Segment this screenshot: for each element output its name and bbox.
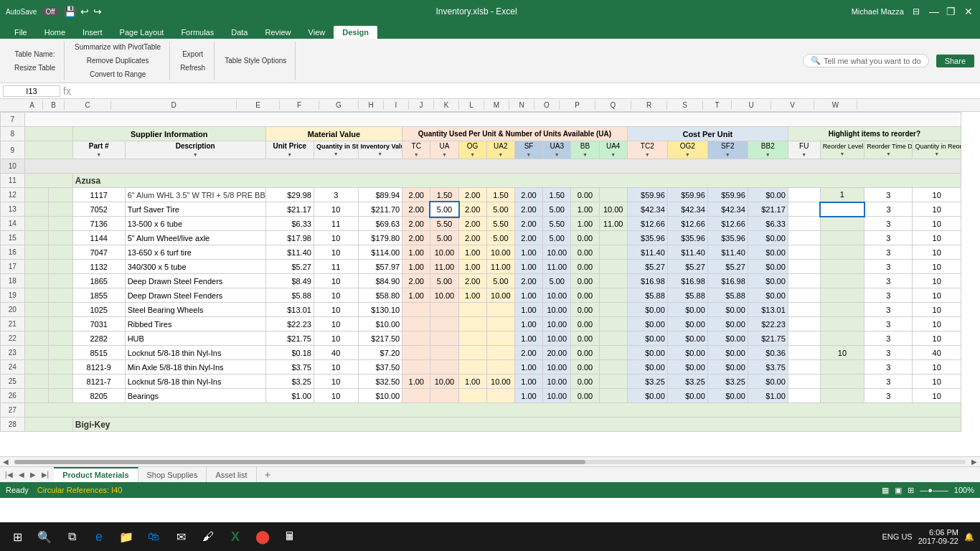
- view-break-icon[interactable]: ⊞: [908, 486, 914, 495]
- og-cell[interactable]: 2.00: [458, 202, 486, 217]
- zoom-slider[interactable]: —●——: [920, 486, 948, 494]
- tc-cell[interactable]: 2.00: [402, 202, 430, 217]
- table-row[interactable]: 25 8121-7Locknut 5/8-18 thin Nyl-Ins $3.…: [1, 375, 961, 389]
- edge-icon[interactable]: e: [88, 525, 110, 548]
- ua-cell-selected[interactable]: 5.00: [430, 202, 458, 217]
- table-row[interactable]: 26 8205Bearings $1.0010$10.00 1.0010.000…: [1, 389, 961, 403]
- share-btn[interactable]: Share: [936, 55, 974, 67]
- window-icon[interactable]: ⊟: [913, 6, 920, 17]
- col-n[interactable]: N: [509, 100, 534, 110]
- table-row[interactable]: 15 11445" Alum Wheel/live axle $17.9810$…: [1, 231, 961, 245]
- sf2-cell[interactable]: $59.96: [707, 188, 748, 202]
- fu-cell[interactable]: [788, 202, 820, 217]
- table-row[interactable]: 24 8121-9Min Axle 5/8-18 thin Nyl-Ins $3…: [1, 360, 961, 375]
- chrome-icon[interactable]: ⬤: [251, 525, 274, 548]
- notification-icon[interactable]: 🔔: [964, 532, 974, 542]
- col-t[interactable]: T: [703, 100, 732, 110]
- ua3-cell[interactable]: 5.00: [543, 202, 571, 217]
- paint-icon[interactable]: 🖌: [197, 525, 220, 548]
- save-icon[interactable]: 💾: [64, 6, 76, 17]
- bb2-cell[interactable]: $0.00: [748, 188, 788, 202]
- table-row[interactable]: 16 704713-650 x 6 turf tire $11.4010$114…: [1, 245, 961, 260]
- sheet-nav-first[interactable]: |◀: [3, 470, 15, 479]
- tc-cell[interactable]: 2.00: [402, 188, 430, 202]
- tab-data[interactable]: Data: [222, 26, 256, 39]
- col-a[interactable]: A: [22, 100, 43, 110]
- col-c[interactable]: C: [65, 100, 111, 110]
- reorder-lvl-cell[interactable]: 1: [820, 188, 864, 202]
- sheet-nav-last[interactable]: ▶|: [39, 470, 52, 479]
- sf-cell[interactable]: 2.00: [514, 188, 542, 202]
- table-row[interactable]: 18 1865Deep Drawn Steel Fenders $8.4910$…: [1, 274, 961, 288]
- desc-cell[interactable]: 6" Alum WHL 3.5" W TRI + 5/8 PRE BB: [125, 188, 265, 202]
- tab-review[interactable]: Review: [256, 26, 299, 39]
- ua2-cell[interactable]: 5.00: [486, 202, 514, 217]
- table-row[interactable]: 17 1132340/300 x 5 tube $5.2711$57.97 1.…: [1, 260, 961, 274]
- convert-btn[interactable]: Convert to Range: [87, 69, 149, 80]
- tab-page-layout[interactable]: Page Layout: [111, 26, 173, 39]
- sf-cell[interactable]: 2.00: [514, 202, 542, 217]
- task-view-icon[interactable]: ⧉: [60, 525, 83, 548]
- fu-cell[interactable]: [788, 188, 820, 202]
- restore-button[interactable]: ❐: [946, 6, 957, 17]
- part-cell[interactable]: 1117: [72, 188, 125, 202]
- refresh-btn[interactable]: Refresh: [177, 62, 208, 73]
- calculator-icon[interactable]: 🖩: [278, 525, 301, 548]
- reorder-lvl-cell[interactable]: [820, 202, 864, 217]
- table-row[interactable]: 23 8515Locknut 5/8-18 thin Nyl-Ins $0.18…: [1, 346, 961, 360]
- og-cell[interactable]: 2.00: [458, 188, 486, 202]
- qty-cell[interactable]: 10: [314, 202, 358, 217]
- reorder-time-cell[interactable]: 3: [864, 188, 913, 202]
- ua2-cell[interactable]: 1.50: [486, 188, 514, 202]
- search-icon-taskbar[interactable]: 🔍: [33, 525, 56, 548]
- bb-cell[interactable]: 0.00: [571, 188, 599, 202]
- tab-formulas[interactable]: Formulas: [172, 26, 222, 39]
- col-h[interactable]: H: [359, 100, 384, 110]
- resize-btn[interactable]: Resize Table: [11, 62, 58, 73]
- col-p[interactable]: P: [560, 100, 595, 110]
- store-icon[interactable]: 🛍: [142, 525, 165, 548]
- col-l[interactable]: L: [459, 100, 484, 110]
- start-button[interactable]: ⊞: [6, 525, 29, 548]
- formula-input[interactable]: [74, 86, 977, 96]
- excel-icon[interactable]: X: [224, 525, 247, 548]
- ua4-cell[interactable]: [599, 188, 627, 202]
- mail-icon[interactable]: ✉: [169, 525, 192, 548]
- table-row[interactable]: 22 2282HUB $21.7510$217.50 1.0010.000.00…: [1, 331, 961, 346]
- table-row[interactable]: 19 1855Deep Drawn Steel Fenders $5.8810$…: [1, 288, 961, 303]
- table-row[interactable]: 21 7031Ribbed Tires $22.2310$10.00 1.001…: [1, 317, 961, 331]
- col-e[interactable]: E: [237, 100, 280, 110]
- tab-file[interactable]: File: [6, 26, 36, 39]
- sf2-cell[interactable]: $42.34: [707, 202, 748, 217]
- table-name-btn[interactable]: Table Name:: [11, 49, 57, 60]
- col-d[interactable]: D: [111, 100, 237, 110]
- col-q[interactable]: Q: [595, 100, 631, 110]
- tell-me-bar[interactable]: 🔍 Tell me what you want to do: [803, 54, 929, 67]
- part-cell[interactable]: 7052: [72, 202, 125, 217]
- tab-insert[interactable]: Insert: [74, 26, 111, 39]
- autosave-toggle[interactable]: Off: [41, 7, 59, 17]
- col-j[interactable]: J: [409, 100, 434, 110]
- table-row[interactable]: 12 1117 6" Alum WHL 3.5" W TRI + 5/8 PRE…: [1, 188, 961, 202]
- unit-price-cell[interactable]: $21.17: [265, 202, 314, 217]
- tab-view[interactable]: View: [300, 26, 334, 39]
- close-button[interactable]: ✕: [963, 6, 974, 17]
- qty-reorder-cell[interactable]: 10: [913, 188, 961, 202]
- sheet-tab-asset-list[interactable]: Asset list: [207, 467, 256, 482]
- col-s[interactable]: S: [667, 100, 703, 110]
- col-v[interactable]: V: [771, 100, 814, 110]
- spreadsheet-area[interactable]: 7 8 Supplier Information Material Value …: [0, 112, 980, 456]
- col-w[interactable]: W: [814, 100, 857, 110]
- col-f[interactable]: F: [280, 100, 319, 110]
- file-explorer-icon[interactable]: 📁: [115, 525, 138, 548]
- remove-dup-btn[interactable]: Remove Duplicates: [84, 55, 152, 66]
- sheet-add-button[interactable]: ＋: [257, 467, 278, 482]
- col-o[interactable]: O: [534, 100, 560, 110]
- col-k[interactable]: K: [434, 100, 459, 110]
- sheet-nav-next[interactable]: ▶: [28, 470, 38, 479]
- col-b[interactable]: B: [43, 100, 65, 110]
- col-g[interactable]: G: [319, 100, 359, 110]
- sheet-tab-product-materials[interactable]: Product Materials: [54, 467, 138, 482]
- bb2-cell[interactable]: $21.17: [748, 202, 788, 217]
- horizontal-scrollbar[interactable]: ◀ ▶: [0, 456, 980, 466]
